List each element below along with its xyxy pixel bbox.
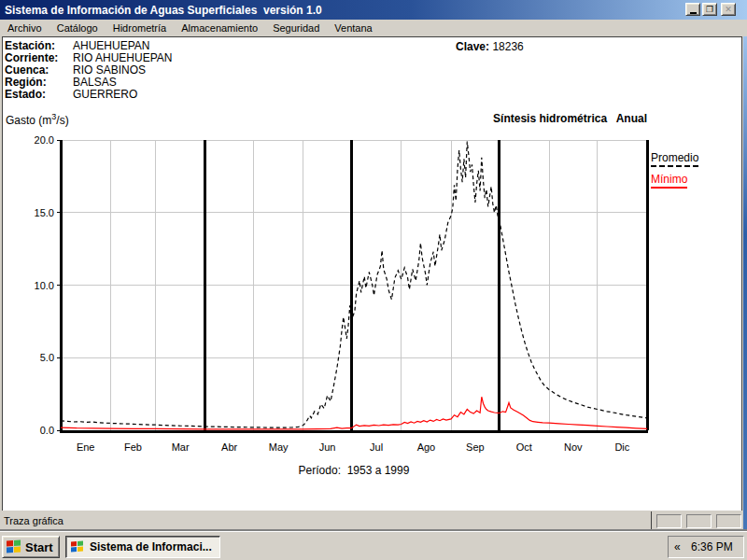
minimize-icon (690, 12, 697, 14)
legend-line-sample (651, 165, 698, 167)
window-titlebar: Sistema de Información de Aguas Superfic… (0, 0, 747, 20)
svg-text:Feb: Feb (124, 441, 142, 453)
legend-label-minimo: Mínimo (651, 173, 687, 186)
menu-item-hidrometria[interactable]: Hidrometría (106, 21, 174, 35)
status-panel (656, 514, 682, 528)
windows-logo-icon (7, 539, 21, 553)
svg-text:Abr: Abr (221, 441, 237, 453)
minimize-button[interactable] (685, 3, 700, 16)
status-text: Traza gráfica (0, 515, 651, 526)
status-bar: Traza gráfica (0, 511, 743, 531)
status-panel (716, 514, 741, 528)
svg-text:20.0: 20.0 (35, 134, 54, 146)
taskbar-task-button[interactable]: Sistema de Informaci... (65, 536, 220, 558)
svg-text:Mar: Mar (172, 441, 190, 453)
chart-title: Síntesis hidrométrica Anual (339, 112, 647, 125)
chart-legend: Promedio Mínimo (651, 151, 698, 194)
menu-item-seguridad[interactable]: Seguridad (265, 21, 327, 35)
system-tray: « 6:36 PM (668, 536, 744, 558)
svg-text:Sep: Sep (466, 441, 485, 453)
station-clave: Clave: 18236 (456, 40, 524, 53)
menu-item-ventana[interactable]: Ventana (327, 21, 379, 35)
close-button[interactable]: ✕ (721, 3, 736, 16)
restore-icon: ❐ (706, 6, 713, 14)
desktop-screen: Sistema de Información de Aguas Superfic… (0, 0, 747, 560)
chart-svg: 20.015.010.05.00.0EneFebMarAbrMayJunJulA… (3, 131, 741, 467)
app-icon (71, 540, 85, 553)
status-panel (686, 514, 712, 528)
tray-clock[interactable]: 6:36 PM (686, 540, 743, 553)
svg-text:Dic: Dic (614, 441, 629, 453)
svg-text:0.0: 0.0 (40, 425, 54, 436)
status-panels (652, 514, 743, 528)
legend-line-sample (651, 187, 687, 189)
menu-item-catalogo[interactable]: Catálogo (49, 21, 106, 35)
menu-bar: Archivo Catálogo Hidrometría Almacenamie… (0, 20, 747, 36)
station-row-estado: Estado: GUERRERO (5, 89, 172, 101)
chart-y-axis-title: Gasto (m3/s) (6, 112, 69, 127)
svg-text:5.0: 5.0 (40, 352, 54, 363)
svg-text:10.0: 10.0 (35, 280, 54, 291)
task-button-label: Sistema de Informaci... (90, 540, 212, 553)
chart-period-label: Período: 1953 a 1999 (61, 464, 647, 477)
taskbar: Start Sistema de Informaci... « 6:36 PM (0, 531, 747, 560)
close-icon: ✕ (725, 6, 732, 14)
svg-text:Nov: Nov (564, 441, 583, 453)
svg-text:Ago: Ago (417, 441, 436, 453)
menu-item-archivo[interactable]: Archivo (0, 21, 49, 35)
window-title: Sistema de Información de Aguas Superfic… (0, 4, 322, 17)
client-area: Estación: AHUEHUEPAN Corriente: RIO AHUE… (2, 36, 742, 511)
svg-text:Oct: Oct (516, 441, 532, 453)
tray-collapse-chevron-icon[interactable]: « (669, 540, 686, 553)
svg-text:15.0: 15.0 (35, 207, 54, 218)
start-label: Start (25, 540, 53, 554)
station-label: Estado: (5, 89, 73, 101)
clave-value: 18236 (492, 40, 523, 53)
station-info: Estación: AHUEHUEPAN Corriente: RIO AHUE… (5, 40, 172, 101)
desktop-wallpaper-strip (743, 36, 747, 531)
restore-button[interactable]: ❐ (702, 3, 717, 16)
legend-label-promedio: Promedio (651, 151, 698, 164)
svg-text:Jun: Jun (319, 441, 336, 453)
svg-text:Ene: Ene (77, 441, 95, 453)
station-value: GUERRERO (73, 89, 137, 101)
menu-item-almacenamiento[interactable]: Almacenamiento (174, 21, 265, 35)
clave-label: Clave: (456, 40, 489, 53)
svg-text:Jul: Jul (370, 441, 383, 453)
start-button[interactable]: Start (2, 536, 60, 558)
svg-text:May: May (269, 441, 289, 453)
legend-item: Promedio (651, 151, 698, 167)
window-controls: ❐ ✕ (684, 3, 736, 16)
legend-item: Mínimo (651, 173, 687, 189)
